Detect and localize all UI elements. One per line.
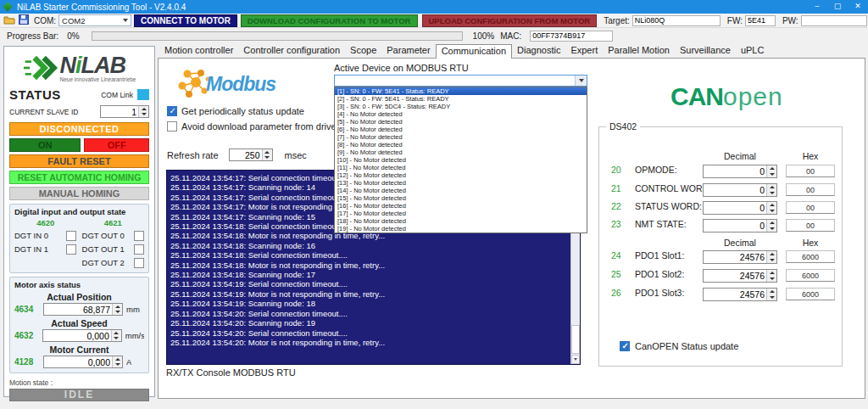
refresh-rate-stepper[interactable] xyxy=(229,148,273,161)
tab-expert[interactable]: Expert xyxy=(565,44,603,58)
spin-down-icon[interactable] xyxy=(112,336,121,342)
close-button[interactable]: ✕ xyxy=(848,0,868,14)
spin-up-icon[interactable] xyxy=(767,220,776,226)
com-port-select[interactable]: COM2 xyxy=(58,14,131,26)
device-option[interactable]: [18] - No Motor detected xyxy=(335,217,587,225)
device-option[interactable]: [12] - No Motor detected xyxy=(335,171,587,179)
target-input[interactable] xyxy=(632,15,721,26)
device-option[interactable]: [13] - No Motor detected xyxy=(335,179,587,187)
manual-homing-button[interactable]: MANUAL HOMING xyxy=(9,187,149,200)
scrollbar-thumb[interactable] xyxy=(571,325,580,354)
device-option[interactable]: [1] - SN: 0 - FW: 5E41 - Status: READY xyxy=(335,87,587,95)
device-option[interactable]: [8] - No Motor detected xyxy=(335,141,587,148)
pw-input[interactable] xyxy=(801,15,867,26)
spin-up-icon[interactable] xyxy=(767,251,776,257)
refresh-rate-value[interactable] xyxy=(230,149,262,160)
off-button[interactable]: OFF xyxy=(84,138,149,152)
motor-current-stepper[interactable] xyxy=(43,356,123,368)
status-update-checkbox-row[interactable]: Get periodically status update xyxy=(167,106,304,116)
tab-communication[interactable]: Communication xyxy=(436,44,512,59)
mac-input[interactable] xyxy=(530,31,613,42)
device-option[interactable]: [16] - No Motor detected xyxy=(335,202,587,210)
device-option[interactable]: [4] - No Motor detected xyxy=(335,110,587,118)
avoid-download-checkbox[interactable] xyxy=(167,121,177,132)
device-option[interactable]: [9] - No Motor detected xyxy=(335,148,587,156)
spin-down-icon[interactable] xyxy=(767,294,776,300)
spin-up-icon[interactable] xyxy=(767,184,776,190)
download-configuration-button[interactable]: DOWNLOAD CONFIGURATION TO MOTOR xyxy=(241,14,418,27)
device-option[interactable]: [5] - No Motor detected xyxy=(335,118,587,126)
spin-down-icon[interactable] xyxy=(113,362,122,368)
disconnected-status-button[interactable]: DISCONNECTED xyxy=(9,122,149,136)
dgt-in-1-checkbox[interactable] xyxy=(66,244,76,255)
fw-input[interactable] xyxy=(745,15,776,26)
tab-parallel-motion[interactable]: Parallel Motion xyxy=(603,44,675,58)
dgt-out-2-checkbox[interactable] xyxy=(134,258,144,268)
actual-speed-value[interactable] xyxy=(43,330,111,341)
tab-parameter[interactable]: Parameter xyxy=(381,44,435,58)
device-option[interactable]: [6] - No Motor detected xyxy=(335,126,587,133)
control-word-decimal[interactable] xyxy=(704,184,766,196)
com-dropdown-arrow-icon[interactable] xyxy=(120,15,131,25)
open-folder-icon[interactable] xyxy=(3,14,15,26)
canopen-status-update-row[interactable]: CanOPEN Status update xyxy=(620,341,738,351)
pdo1-slot1-stepper[interactable] xyxy=(703,250,777,264)
reset-automatic-homing-button[interactable]: RESET AUTOMATIC HOMING xyxy=(9,171,149,184)
dgt-out-1-checkbox[interactable] xyxy=(134,244,144,255)
actual-position-stepper[interactable] xyxy=(43,303,123,316)
canopen-status-update-checkbox[interactable] xyxy=(620,341,630,351)
spin-down-icon[interactable] xyxy=(767,226,776,232)
dgt-out-0-checkbox[interactable] xyxy=(134,231,144,241)
pdo1-slot2-stepper[interactable] xyxy=(703,269,777,283)
spin-down-icon[interactable] xyxy=(767,276,776,282)
pdo1-slot1-decimal[interactable] xyxy=(704,251,766,263)
actual-position-value[interactable] xyxy=(44,304,112,315)
device-option[interactable]: [10] - No Motor detected xyxy=(335,156,587,164)
motor-current-value[interactable] xyxy=(44,356,112,367)
tab-uplc[interactable]: uPLC xyxy=(736,44,770,58)
spin-down-icon[interactable] xyxy=(767,171,776,177)
device-option[interactable]: [3] - SN: 0 - FW: 5DC4 - Status: READY xyxy=(335,103,587,110)
device-option[interactable]: [15] - No Motor detected xyxy=(335,194,587,202)
device-option[interactable]: [2] - SN: 0 - FW: 5E41 - Status: READY xyxy=(335,95,587,103)
dgt-in-0-checkbox[interactable] xyxy=(66,231,76,241)
nmt-state-stepper[interactable] xyxy=(703,219,777,233)
save-icon[interactable] xyxy=(19,14,29,26)
spin-up-icon[interactable] xyxy=(767,270,776,276)
connect-to-motor-button[interactable]: CONNECT TO MOTOR xyxy=(134,14,237,27)
opmode-decimal[interactable] xyxy=(704,165,766,177)
minimize-button[interactable]: – xyxy=(807,0,827,14)
tab-motion-controller[interactable]: Motion controller xyxy=(159,44,238,58)
maximize-button[interactable]: ▢ xyxy=(827,0,848,14)
status-word-stepper[interactable] xyxy=(703,201,777,215)
device-option[interactable]: [19] - No Motor detected xyxy=(335,225,587,233)
spin-down-icon[interactable] xyxy=(139,112,148,118)
control-word-stepper[interactable] xyxy=(703,183,777,197)
tab-controller-configuration[interactable]: Controller configuration xyxy=(238,44,345,58)
on-button[interactable]: ON xyxy=(9,138,81,152)
upload-configuration-button[interactable]: UPLOAD CONFIGURATION FROM MOTOR xyxy=(422,14,598,27)
slave-id-stepper[interactable] xyxy=(100,105,149,118)
spin-up-icon[interactable] xyxy=(767,165,776,171)
spin-down-icon[interactable] xyxy=(767,190,776,196)
spin-down-icon[interactable] xyxy=(767,208,776,214)
scroll-down-icon[interactable] xyxy=(571,355,580,364)
avoid-download-checkbox-row[interactable]: Avoid download parameter from drive xyxy=(167,121,337,132)
opmode-stepper[interactable] xyxy=(703,165,777,178)
device-option[interactable]: [7] - No Motor detected xyxy=(335,133,587,141)
pdo1-slot2-decimal[interactable] xyxy=(704,270,766,282)
pdo1-slot3-stepper[interactable] xyxy=(703,288,777,301)
device-option[interactable]: [11] - No Motor detected xyxy=(335,164,587,171)
status-word-decimal[interactable] xyxy=(704,202,766,214)
spin-down-icon[interactable] xyxy=(113,310,122,316)
active-device-select[interactable] xyxy=(334,75,587,87)
slave-id-value[interactable] xyxy=(101,106,138,117)
pdo1-slot3-decimal[interactable] xyxy=(704,289,766,300)
device-dropdown-arrow-icon[interactable] xyxy=(575,76,587,86)
device-option[interactable]: [14] - No Motor detected xyxy=(335,187,587,194)
spin-down-icon[interactable] xyxy=(263,155,272,161)
nmt-state-decimal[interactable] xyxy=(704,220,766,232)
tab-diagnostic[interactable]: Diagnostic xyxy=(512,44,565,58)
fault-reset-button[interactable]: FAULT RESET xyxy=(9,154,149,168)
spin-down-icon[interactable] xyxy=(767,257,776,263)
